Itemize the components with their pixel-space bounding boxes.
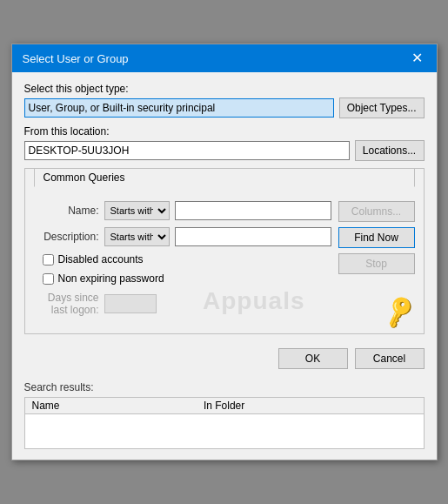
object-type-section: Select this object type: Object Types... — [24, 83, 425, 118]
location-input[interactable] — [24, 141, 350, 160]
ok-cancel-row: OK Cancel — [12, 345, 437, 376]
bottom-spacer — [12, 449, 437, 460]
queries-main-content: Name: Starts with Description: Starts wi… — [34, 201, 415, 326]
object-type-row: Object Types... — [24, 97, 425, 118]
col-name-header: Name — [25, 398, 197, 414]
col-folder-header: In Folder — [197, 398, 424, 414]
queries-left-panel: Name: Starts with Description: Starts wi… — [34, 201, 331, 326]
dialog-body: Select this object type: Object Types...… — [12, 72, 437, 345]
icon-area: 🔑 — [338, 279, 415, 326]
search-results-label: Search results: — [24, 381, 425, 393]
days-label: Days since last logon: — [34, 292, 99, 316]
results-table: Name In Folder — [25, 398, 424, 414]
object-types-button[interactable]: Object Types... — [339, 97, 425, 118]
close-button[interactable]: ✕ — [408, 51, 426, 65]
object-type-label: Select this object type: — [24, 83, 425, 95]
disabled-accounts-row: Disabled accounts — [43, 253, 331, 265]
days-input[interactable] — [104, 294, 157, 313]
description-label: Description: — [34, 231, 99, 243]
common-queries-tab[interactable]: Common Queries — [34, 168, 415, 187]
search-results-section: Search results: Name In Folder — [12, 376, 437, 449]
location-label: From this location: — [24, 125, 425, 138]
location-section: From this location: Locations... — [24, 125, 425, 161]
dialog-title: Select User or Group — [23, 52, 129, 65]
description-row: Description: Starts with — [34, 227, 331, 246]
location-row: Locations... — [24, 140, 425, 161]
select-user-dialog: Select User or Group ✕ Select this objec… — [11, 44, 438, 460]
ok-button[interactable]: OK — [278, 348, 348, 369]
key-icon: 🔑 — [380, 293, 418, 331]
queries-right-panel: Columns... Find Now Stop 🔑 — [338, 201, 415, 326]
disabled-accounts-checkbox[interactable] — [43, 254, 54, 265]
non-expiring-checkbox[interactable] — [43, 273, 54, 285]
name-row: Name: Starts with — [34, 201, 331, 220]
days-row: Days since last logon: — [34, 292, 331, 316]
disabled-accounts-label: Disabled accounts — [58, 253, 144, 265]
name-value-input[interactable] — [175, 201, 331, 220]
title-bar: Select User or Group ✕ — [12, 44, 437, 72]
stop-button[interactable]: Stop — [338, 253, 415, 274]
non-expiring-row: Non expiring password — [43, 272, 331, 285]
non-expiring-label: Non expiring password — [58, 272, 164, 285]
days-watermark-area: Days since last logon: Appuals — [34, 292, 331, 326]
common-queries-section: Common Queries Name: Starts with Descrip… — [24, 168, 425, 334]
name-label: Name: — [34, 205, 99, 217]
locations-button[interactable]: Locations... — [355, 140, 425, 161]
columns-button[interactable]: Columns... — [338, 201, 415, 222]
find-now-button[interactable]: Find Now — [338, 227, 415, 248]
desc-starts-with-select[interactable]: Starts with — [104, 227, 170, 246]
description-value-input[interactable] — [175, 227, 331, 246]
results-container: Name In Folder — [24, 397, 425, 449]
cancel-button[interactable]: Cancel — [355, 348, 425, 369]
object-type-input[interactable] — [24, 98, 334, 118]
name-starts-with-select[interactable]: Starts with — [104, 201, 170, 220]
